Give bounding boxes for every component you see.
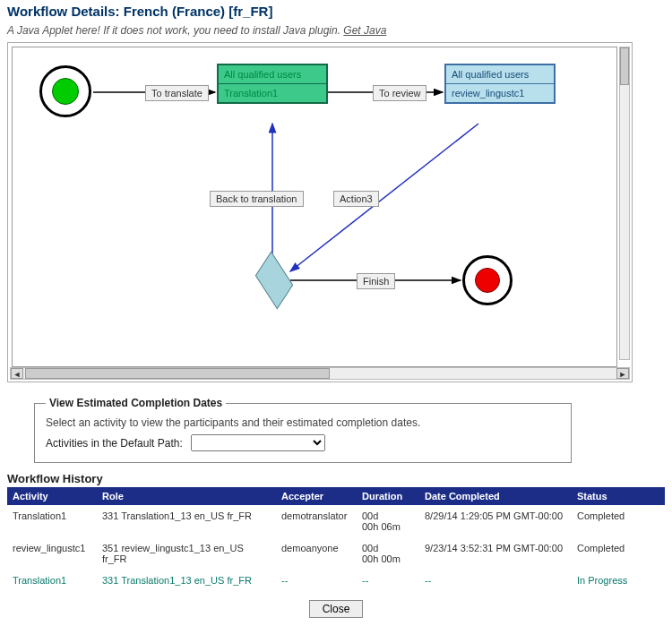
col-activity: Activity xyxy=(7,487,97,505)
workflow-diagram-canvas[interactable]: All qualified users Translation1 All qua… xyxy=(12,47,617,367)
cell-role: 351 review_lingustc1_13 en_US fr_FR xyxy=(97,537,276,570)
applet-hint: A Java Applet here! If it does not work,… xyxy=(7,24,665,37)
task-review-users: All qualified users xyxy=(446,65,554,84)
cell-activity: review_lingustc1 xyxy=(7,537,97,570)
cell-status: In Progress xyxy=(572,570,665,591)
cell-role: 331 Translation1_13 en_US fr_FR xyxy=(97,570,276,591)
edge-label-back: Back to translation xyxy=(210,191,304,207)
activity-link[interactable]: Translation1 xyxy=(13,575,66,586)
close-button[interactable]: Close xyxy=(309,600,364,618)
svg-line-2 xyxy=(290,124,478,271)
estimated-dates-panel: View Estimated Completion Dates Select a… xyxy=(34,397,572,463)
workflow-history-table: Activity Role Accepter Duration Date Com… xyxy=(7,487,665,591)
estimated-dates-hint: Select an activity to view the participa… xyxy=(46,416,560,429)
table-row: review_lingustc1351 review_lingustc1_13 … xyxy=(7,537,665,570)
col-duration: Duration xyxy=(357,487,419,505)
page-title: Workflow Details: French (France) [fr_FR… xyxy=(7,4,665,19)
cell-status: Completed xyxy=(572,537,665,570)
cell-role: 331 Translation1_13 en_US fr_FR xyxy=(97,505,276,537)
cell-accepter: -- xyxy=(276,570,357,591)
scroll-thumb[interactable] xyxy=(25,368,330,379)
scroll-right-button[interactable]: ► xyxy=(616,368,629,379)
workflow-history-title: Workflow History xyxy=(7,472,665,485)
cell-duration: -- xyxy=(357,570,419,591)
applet-hint-text: A Java Applet here! If it does not work,… xyxy=(7,24,343,37)
cell-accepter: demoanyone xyxy=(276,537,357,570)
edge-label-to-review: To review xyxy=(373,85,426,101)
task-translation-users: All qualified users xyxy=(219,65,326,84)
get-java-link[interactable]: Get Java xyxy=(343,24,386,37)
cell-date_completed: -- xyxy=(419,570,572,591)
col-status: Status xyxy=(572,487,665,505)
cell-activity: Translation1 xyxy=(7,505,97,537)
diagram-vertical-scrollbar[interactable] xyxy=(619,47,630,360)
col-date-completed: Date Completed xyxy=(419,487,572,505)
cell-duration: 00d 00h 06m xyxy=(357,505,419,537)
default-path-select[interactable] xyxy=(191,434,325,451)
col-role: Role xyxy=(97,487,276,505)
edge-label-action3: Action3 xyxy=(333,191,379,207)
scroll-thumb[interactable] xyxy=(620,47,629,85)
task-translation-name: Translation1 xyxy=(219,84,326,102)
end-node-fill xyxy=(475,268,500,293)
cell-date_completed: 8/29/14 1:29:05 PM GMT-00:00 xyxy=(419,505,572,537)
workflow-diagram-frame: All qualified users Translation1 All qua… xyxy=(7,42,633,382)
diagram-horizontal-scrollbar[interactable]: ◄ ► xyxy=(10,367,630,380)
col-accepter: Accepter xyxy=(276,487,357,505)
cell-duration: 00d 00h 00m xyxy=(357,537,419,570)
edge-label-finish: Finish xyxy=(357,273,395,289)
role-link[interactable]: 331 Translation1_13 en_US fr_FR xyxy=(102,575,252,586)
start-node-fill xyxy=(52,78,79,105)
estimated-dates-legend: View Estimated Completion Dates xyxy=(46,397,226,409)
scroll-left-button[interactable]: ◄ xyxy=(11,368,23,379)
task-review[interactable]: All qualified users review_lingustc1 xyxy=(444,64,556,104)
edge-label-to-translate: To translate xyxy=(145,85,209,101)
table-row: Translation1331 Translation1_13 en_US fr… xyxy=(7,505,665,537)
table-row: Translation1331 Translation1_13 en_US fr… xyxy=(7,570,665,591)
cell-date_completed: 9/23/14 3:52:31 PM GMT-00:00 xyxy=(419,537,572,570)
history-header-row: Activity Role Accepter Duration Date Com… xyxy=(7,487,665,505)
task-review-name: review_lingustc1 xyxy=(446,84,554,102)
default-path-label: Activities in the Default Path: xyxy=(46,437,183,450)
cell-activity: Translation1 xyxy=(7,570,97,591)
task-translation[interactable]: All qualified users Translation1 xyxy=(217,64,328,104)
cell-status: Completed xyxy=(572,505,665,537)
cell-accepter: demotranslator xyxy=(276,505,357,537)
